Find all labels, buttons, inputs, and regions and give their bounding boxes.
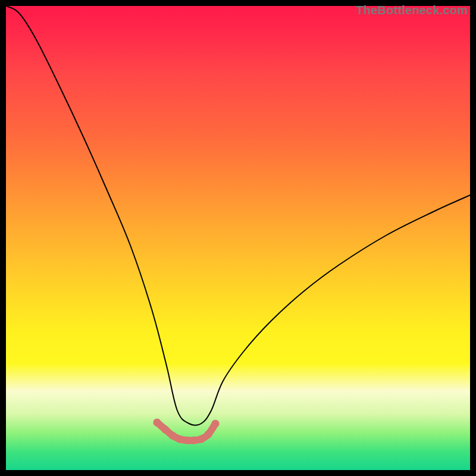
curve-layer [6, 6, 470, 470]
svg-point-7 [204, 430, 212, 438]
plot-area [6, 6, 470, 470]
svg-point-6 [197, 435, 205, 443]
svg-point-3 [176, 435, 183, 443]
watermark-text: TheBottleneck.com [356, 4, 468, 17]
svg-point-0 [153, 418, 161, 426]
svg-point-4 [183, 436, 190, 444]
svg-point-2 [168, 431, 176, 439]
chart-stage: TheBottleneck.com [0, 0, 476, 476]
svg-point-5 [190, 436, 198, 444]
bottleneck-curve [6, 6, 470, 425]
svg-point-8 [211, 419, 219, 427]
svg-point-1 [161, 425, 169, 433]
